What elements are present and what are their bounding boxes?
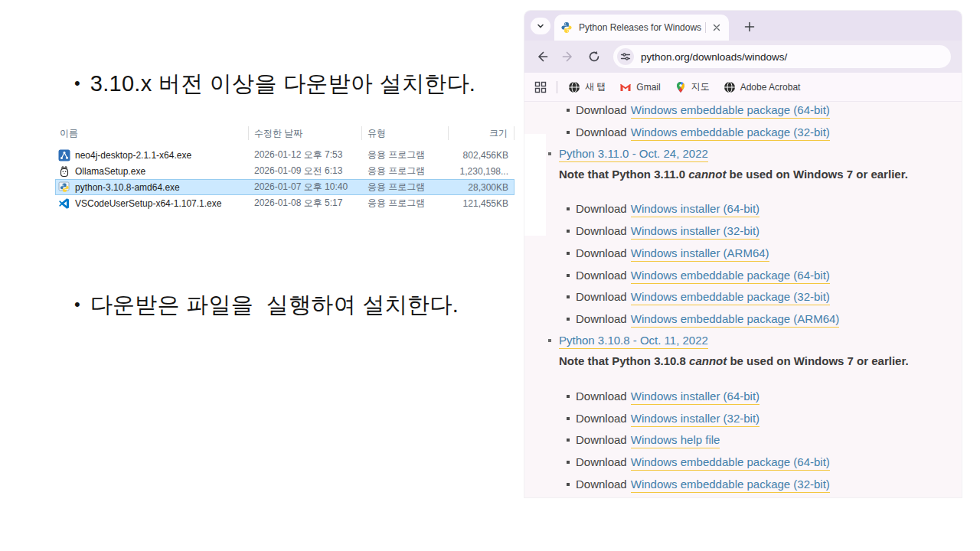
list-square-icon <box>567 274 570 277</box>
reload-icon <box>587 50 601 64</box>
bookmark-new-tab[interactable]: 새 탭 <box>568 80 606 93</box>
download-link[interactable]: Windows installer (32-bit) <box>631 223 760 240</box>
site-settings-button[interactable] <box>617 48 634 65</box>
list-square-icon <box>567 131 570 134</box>
bookmark-label: Gmail <box>636 82 660 93</box>
tab-strip: Python Releases for Windows <box>524 11 962 41</box>
release-line: Python 3.11.0 - Oct. 24, 2022 <box>548 146 708 162</box>
url-text: python.org/downloads/windows/ <box>641 51 787 63</box>
reload-button[interactable] <box>584 47 604 67</box>
bullet-dot: • <box>74 292 80 318</box>
download-link[interactable]: Windows embeddable package (32-bit) <box>631 289 830 305</box>
globe-icon <box>568 81 580 93</box>
bookmark-adobe-acrobat[interactable]: Adobe Acrobat <box>724 81 801 93</box>
file-date: 2026-01-07 오후 10:40 <box>249 181 362 194</box>
download-line: DownloadWindows help file <box>567 432 720 448</box>
list-square-icon <box>567 318 570 321</box>
back-button[interactable] <box>532 47 552 67</box>
download-line: DownloadWindows embeddable package (32-b… <box>567 289 830 305</box>
browser-tab[interactable]: Python Releases for Windows <box>554 15 729 41</box>
download-link[interactable]: Windows installer (64-bit) <box>631 201 760 217</box>
list-square-icon <box>567 207 570 210</box>
file-type: 응용 프로그램 <box>362 165 449 178</box>
file-size: 121,455KB <box>449 198 514 209</box>
file-list-header: 이름 수정한 날짜 유형 크기 <box>55 125 514 142</box>
content-left-white-patch <box>524 134 546 236</box>
download-line: DownloadWindows installer (32-bit) <box>567 411 760 427</box>
file-type: 응용 프로그램 <box>362 148 449 161</box>
download-link[interactable]: Windows embeddable package (64-bit) <box>631 103 830 119</box>
page-content: DownloadWindows embeddable package (64-b… <box>524 102 962 497</box>
bookmarks-divider <box>557 81 557 93</box>
forward-arrow-icon <box>561 50 575 64</box>
tune-icon <box>620 51 631 62</box>
ollama-icon <box>58 165 70 178</box>
release-note: Note that Python 3.10.8 cannot be used o… <box>559 354 909 368</box>
table-row-selected[interactable]: python-3.10.8-amd64.exe 2026-01-07 오후 10… <box>55 179 514 195</box>
file-name: VSCodeUserSetup-x64-1.107.1.exe <box>75 198 221 209</box>
file-rows: neo4j-desktop-2.1.1-x64.exe 2026-01-12 오… <box>55 147 514 211</box>
download-link[interactable]: Windows installer (32-bit) <box>631 411 760 427</box>
list-square-icon <box>567 295 570 298</box>
file-list-panel: 이름 수정한 날짜 유형 크기 neo4j-desktop-2.1.1-x64.… <box>55 125 514 211</box>
tab-close-button[interactable] <box>710 21 723 34</box>
browser-toolbar: python.org/downloads/windows/ <box>524 41 962 73</box>
list-square-icon <box>567 252 570 255</box>
file-type: 응용 프로그램 <box>362 197 449 210</box>
list-square-icon <box>548 339 551 342</box>
download-link[interactable]: Windows embeddable package (32-bit) <box>631 125 830 141</box>
list-square-icon <box>567 483 570 486</box>
chevron-down-icon <box>536 21 545 31</box>
download-link[interactable]: Windows installer (ARM64) <box>631 246 769 262</box>
tab-title: Python Releases for Windows <box>579 22 702 33</box>
bookmark-maps[interactable]: 지도 <box>675 80 710 93</box>
address-bar[interactable]: python.org/downloads/windows/ <box>613 45 951 68</box>
download-link[interactable]: Windows embeddable package (64-bit) <box>631 268 830 284</box>
download-line: DownloadWindows installer (32-bit) <box>567 223 760 240</box>
release-note: Note that Python 3.11.0 cannot be used o… <box>559 167 908 181</box>
apps-grid-icon[interactable] <box>534 80 547 94</box>
table-row[interactable]: VSCodeUserSetup-x64-1.107.1.exe 2026-01-… <box>55 195 514 211</box>
bullet-text-2: 다운받은 파일을 실행하여 설치한다. <box>90 292 459 318</box>
list-square-icon <box>567 230 570 233</box>
column-header-name[interactable]: 이름 <box>55 126 249 140</box>
file-name: python-3.10.8-amd64.exe <box>75 182 180 193</box>
download-link[interactable]: Windows embeddable package (32-bit) <box>631 477 830 493</box>
list-square-icon <box>567 395 570 398</box>
bookmark-gmail[interactable]: Gmail <box>619 81 660 93</box>
vscode-icon <box>58 197 70 210</box>
bookmark-label: Adobe Acrobat <box>740 82 801 93</box>
file-size: 802,456KB <box>449 150 514 161</box>
gmail-icon <box>619 81 632 93</box>
file-date: 2026-01-08 오후 5:17 <box>249 197 362 210</box>
release-link[interactable]: Python 3.11.0 - Oct. 24, 2022 <box>559 146 708 162</box>
download-link[interactable]: Windows embeddable package (ARM64) <box>631 311 840 328</box>
back-arrow-icon <box>535 50 549 64</box>
file-date: 2026-01-09 오전 6:13 <box>249 165 362 178</box>
column-header-type[interactable]: 유형 <box>362 126 449 140</box>
new-tab-button[interactable] <box>740 17 760 37</box>
download-line: DownloadWindows installer (ARM64) <box>567 246 769 262</box>
tab-search-button[interactable] <box>531 18 550 34</box>
python-installer-icon <box>58 181 70 194</box>
download-link[interactable]: Windows help file <box>631 432 720 448</box>
download-line: DownloadWindows embeddable package (ARM6… <box>567 311 839 328</box>
column-header-date[interactable]: 수정한 날짜 <box>249 126 362 140</box>
download-link[interactable]: Windows installer (64-bit) <box>631 389 760 405</box>
table-row[interactable]: OllamaSetup.exe 2026-01-09 오전 6:13 응용 프로… <box>55 163 514 179</box>
table-row[interactable]: neo4j-desktop-2.1.1-x64.exe 2026-01-12 오… <box>55 147 514 163</box>
download-line: DownloadWindows embeddable package (32-b… <box>567 477 830 493</box>
download-link[interactable]: Windows embeddable package (64-bit) <box>631 455 830 471</box>
list-square-icon <box>567 439 570 442</box>
forward-button[interactable] <box>558 47 578 67</box>
file-name: OllamaSetup.exe <box>75 166 145 177</box>
list-square-icon <box>567 109 570 112</box>
download-line: DownloadWindows embeddable package (32-b… <box>567 125 830 141</box>
column-header-size[interactable]: 크기 <box>449 126 514 140</box>
list-square-icon <box>548 152 551 155</box>
release-link[interactable]: Python 3.10.8 - Oct. 11, 2022 <box>559 333 708 349</box>
bullet-line-1: • 3.10.x 버전 이상을 다운받아 설치한다. <box>74 70 475 96</box>
maps-pin-icon <box>675 81 687 93</box>
bookmark-label: 새 탭 <box>585 80 606 93</box>
download-line: DownloadWindows embeddable package (64-b… <box>567 455 830 471</box>
